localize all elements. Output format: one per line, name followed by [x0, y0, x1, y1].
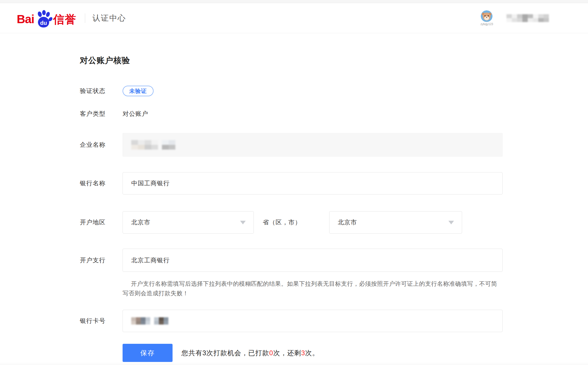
status-row: 验证状态 未验证 — [80, 86, 588, 96]
province-select-value: 北京市 — [131, 218, 150, 227]
attempts-mid1: 次打款机会，已打款 — [206, 349, 269, 357]
caret-down-icon — [448, 221, 454, 224]
redacted-username — [506, 14, 549, 22]
bank-name-label: 银行名称 — [80, 179, 123, 188]
company-name-field — [123, 133, 503, 157]
attempts-mid2: 次，还剩 — [273, 349, 301, 357]
branch-label: 开户支行 — [80, 256, 123, 265]
customer-type-value: 对公账户 — [123, 110, 148, 118]
header-user-area: zybqjy123 — [481, 10, 549, 26]
region-row: 开户地区 北京市 省（区，市） 北京市 — [80, 211, 588, 234]
status-badge: 未验证 — [123, 86, 154, 96]
status-label: 验证状态 — [80, 87, 123, 95]
logo-text-bai: Bai — [17, 13, 34, 26]
attempts-total: 3 — [202, 349, 206, 357]
avatar[interactable] — [481, 10, 493, 22]
attempts-used: 0 — [269, 349, 273, 357]
caret-down-icon — [240, 221, 246, 224]
app-header: Bai du 信誉 认证中心 — [0, 3, 588, 33]
avatar-caption: zybqjy123 — [481, 23, 493, 26]
company-name-label: 企业名称 — [80, 141, 123, 149]
branch-note-text: 开户支行名称需填写后选择下拉列表中的模糊匹配的结果。如果下拉列表无目标支行，必须… — [123, 279, 503, 298]
city-select-value: 北京市 — [338, 218, 357, 227]
header-title: 认证中心 — [92, 13, 126, 23]
province-select[interactable]: 北京市 — [123, 211, 254, 234]
card-number-input[interactable] — [123, 310, 503, 332]
baidu-paw-icon: du — [35, 10, 52, 28]
customer-type-label: 客户类型 — [80, 110, 123, 118]
payment-attempts-text: 您共有3次打款机会，已打款0次，还剩3次。 — [181, 349, 319, 357]
redacted-card-number — [131, 316, 168, 326]
user-avatar-block[interactable]: zybqjy123 — [481, 10, 493, 26]
card-number-row: 银行卡号 — [80, 310, 588, 332]
company-name-row: 企业名称 — [80, 133, 588, 157]
customer-type-row: 客户类型 对公账户 — [80, 110, 588, 118]
city-select[interactable]: 北京市 — [329, 211, 462, 234]
page-title: 对公账户核验 — [80, 55, 588, 66]
bank-name-input[interactable]: 中国工商银行 — [123, 172, 503, 194]
region-middle-label: 省（区，市） — [254, 218, 329, 227]
branch-row: 开户支行 北京工商银行 — [80, 249, 588, 272]
attempts-remaining: 3 — [301, 349, 305, 357]
branch-input[interactable]: 北京工商银行 — [123, 249, 503, 272]
logo-text-xinyu: 信誉 — [53, 14, 77, 26]
redacted-company-name — [131, 140, 175, 150]
browser-top-strip — [0, 0, 588, 3]
card-number-label: 银行卡号 — [80, 317, 123, 325]
verification-form-page: 对公账户核验 验证状态 未验证 客户类型 对公账户 企业名称 银行名称 — [0, 33, 588, 362]
baidu-xinyu-logo[interactable]: Bai du 信誉 — [17, 10, 77, 26]
header-divider — [85, 13, 85, 23]
attempts-prefix: 您共有 — [181, 349, 202, 357]
region-label: 开户地区 — [80, 218, 123, 227]
attempts-suffix: 次。 — [305, 349, 319, 357]
page-bottom-fade — [0, 362, 588, 365]
logo-text-du: du — [40, 20, 47, 26]
save-row: 保存 您共有3次打款机会，已打款0次，还剩3次。 — [80, 344, 588, 362]
save-button[interactable]: 保存 — [123, 344, 173, 362]
bank-name-row: 银行名称 中国工商银行 — [80, 172, 588, 194]
